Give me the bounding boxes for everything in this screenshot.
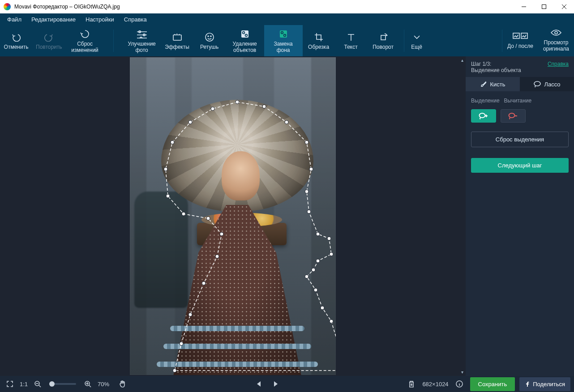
zoom-in-button[interactable] (81, 378, 94, 390)
brush-icon (480, 81, 487, 88)
crop-icon (314, 32, 324, 43)
menubar: Файл Редактирование Настройки Справка (0, 13, 574, 25)
svg-point-49 (534, 81, 540, 86)
enhance-button[interactable]: Улучшение фото (123, 25, 161, 56)
reset-icon (80, 29, 90, 39)
right-panel: Шаг 1/3: Выделение объекта Справка Кисть… (466, 56, 574, 376)
menu-help[interactable]: Справка (120, 14, 151, 25)
fullscreen-button[interactable] (4, 378, 16, 390)
retouch-button[interactable]: Ретушь (193, 25, 226, 56)
reset-selection-button[interactable]: Сброс выделения (471, 132, 569, 147)
before-after-button[interactable]: До / после (502, 25, 538, 56)
help-link[interactable]: Справка (548, 61, 569, 67)
delete-button[interactable] (405, 378, 418, 390)
svg-rect-11 (280, 30, 287, 38)
scroll-down-icon[interactable]: ▾ (461, 369, 464, 375)
svg-rect-16 (521, 33, 527, 38)
more-button[interactable]: Ещё (404, 25, 429, 56)
step-indicator: Шаг 1/3: (471, 61, 521, 67)
svg-point-6 (208, 36, 209, 37)
scroll-up-icon[interactable]: ▴ (461, 57, 464, 63)
brush-tab[interactable]: Кисть (466, 77, 520, 91)
sliders-icon (136, 29, 148, 39)
image-dimensions: 682×1024 (422, 381, 448, 388)
svg-point-50 (480, 113, 485, 118)
share-button[interactable]: Поделиться (519, 377, 570, 391)
facebook-icon (525, 381, 530, 387)
undo-icon (11, 32, 21, 43)
menu-settings[interactable]: Настройки (81, 14, 119, 25)
toolbar: Отменить Повторить Сброс изменений Улучш… (0, 25, 574, 56)
text-icon (347, 32, 356, 43)
step-title: Выделение объекта (471, 67, 521, 73)
preview-original-button[interactable]: Просмотр оригинала (538, 25, 574, 56)
svg-point-7 (210, 36, 211, 37)
rotate-button[interactable]: Поворот (367, 25, 399, 56)
erase-label[interactable]: Вычитание (504, 98, 532, 104)
face-icon (205, 32, 214, 43)
svg-rect-15 (513, 33, 519, 38)
lasso-plus-icon (478, 112, 489, 119)
reset-button[interactable]: Сброс изменений (66, 25, 104, 56)
svg-point-51 (509, 113, 515, 118)
zoom-out-button[interactable] (31, 378, 44, 390)
app-logo (4, 3, 11, 10)
photo-preview (130, 57, 336, 375)
subtract-selection-button[interactable] (501, 109, 526, 123)
window-title: Movavi Фоторедактор – OIGkOtWuZQA.jpg (14, 4, 514, 10)
redo-button[interactable]: Повторить (32, 25, 66, 56)
zoom-value: 70% (98, 381, 109, 388)
mark-label[interactable]: Выделение (471, 98, 500, 104)
undo-button[interactable]: Отменить (0, 25, 32, 56)
next-button[interactable] (270, 378, 282, 390)
lasso-icon (533, 81, 541, 87)
eye-icon (550, 29, 562, 38)
maximize-button[interactable] (534, 0, 554, 13)
crop-button[interactable]: Обрезка (303, 25, 335, 56)
redo-icon (43, 32, 54, 43)
vertical-scrollbar[interactable]: ▴ ▾ (459, 57, 465, 375)
object-removal-button[interactable]: Удаление объектов (226, 25, 264, 56)
chevron-down-icon (413, 32, 420, 43)
erase-icon (240, 29, 250, 39)
sparkle-icon (172, 32, 183, 43)
menu-edit[interactable]: Редактирование (27, 14, 80, 25)
svg-rect-14 (381, 35, 386, 40)
lasso-minus-icon (508, 112, 518, 119)
minimize-button[interactable] (514, 0, 534, 13)
next-step-button[interactable]: Следующий шаг (471, 158, 569, 173)
save-button[interactable]: Сохранить (470, 377, 515, 391)
add-selection-button[interactable] (471, 109, 496, 123)
effects-button[interactable]: Эффекты (161, 25, 193, 56)
menu-file[interactable]: Файл (3, 14, 26, 25)
close-button[interactable] (554, 0, 574, 13)
lasso-tab[interactable]: Лассо (520, 77, 574, 91)
svg-point-17 (555, 31, 557, 34)
background-change-button[interactable]: Замена фона (264, 25, 303, 56)
text-button[interactable]: Текст (335, 25, 367, 56)
svg-point-5 (206, 33, 214, 41)
svg-rect-0 (542, 5, 546, 9)
titlebar: Movavi Фоторедактор – OIGkOtWuZQA.jpg (0, 0, 574, 13)
prev-button[interactable] (253, 378, 265, 390)
rotate-icon (378, 32, 388, 43)
status-bar: 1:1 70% 682×1024 Сохранить Поделиться (0, 376, 574, 392)
zoom-slider[interactable] (49, 383, 76, 385)
compare-icon (513, 32, 528, 42)
canvas[interactable]: ▴ ▾ (0, 56, 466, 376)
pan-button[interactable] (116, 378, 129, 390)
svg-rect-8 (241, 30, 248, 38)
actual-size-button[interactable]: 1:1 (20, 381, 28, 388)
svg-rect-4 (173, 35, 181, 40)
background-icon (278, 29, 288, 39)
info-button[interactable] (453, 378, 466, 390)
